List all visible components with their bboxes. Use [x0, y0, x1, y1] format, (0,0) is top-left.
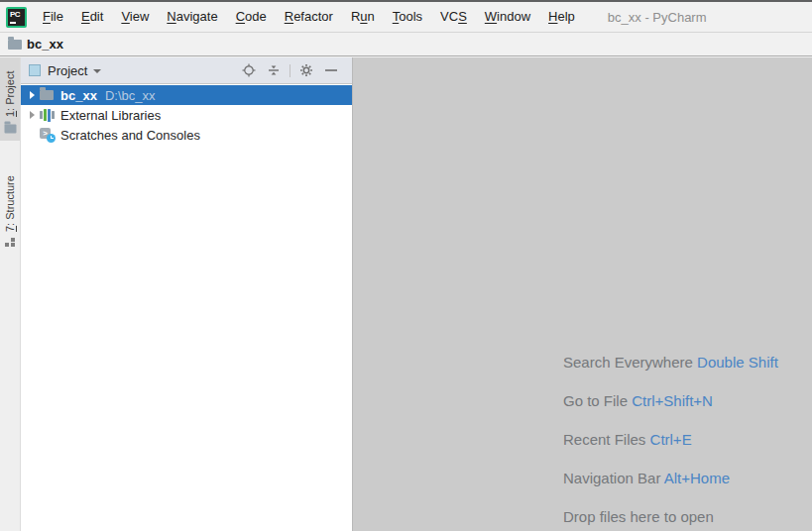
pycharm-window: PC FileEditViewNavigateCodeRefactorRunTo… — [0, 0, 812, 531]
hint-label: Navigation Bar — [563, 470, 660, 486]
library-icon — [40, 109, 55, 122]
expand-arrow-icon[interactable] — [25, 111, 40, 119]
hint-label: Drop files here to open — [563, 508, 714, 525]
project-toolwindow-icon — [29, 64, 41, 76]
left-tool-stripe: 1: Project 7: Structure — [0, 57, 21, 531]
tree-row-label: bc_xx — [60, 88, 97, 103]
project-panel-title[interactable]: Project — [48, 63, 87, 78]
menu-item-file[interactable]: File — [34, 2, 72, 32]
menu-item-code[interactable]: Code — [227, 2, 276, 32]
tree-row-path: D:\bc_xx — [105, 88, 156, 103]
settings-gear-icon[interactable] — [297, 61, 315, 79]
menu-bar-items: FileEditViewNavigateCodeRefactorRunTools… — [34, 2, 584, 32]
tree-row[interactable]: External Libraries — [21, 105, 352, 125]
chevron-down-icon[interactable] — [93, 69, 101, 73]
menu-item-window[interactable]: Window — [476, 2, 539, 32]
menu-item-help[interactable]: Help — [539, 2, 584, 32]
breadcrumb-label: bc_xx — [27, 37, 63, 52]
navigation-bar: bc_xx — [0, 33, 812, 56]
hint-label: Go to File — [563, 392, 628, 409]
hint-label: Search Everywhere — [563, 354, 693, 371]
tree-row[interactable]: bc_xx D:\bc_xx — [21, 85, 352, 105]
tree-row-label: External Libraries — [60, 108, 161, 123]
editor-hint-line: Drop files here to open — [563, 506, 778, 527]
editor-hint-line: Navigation Bar Alt+Home — [563, 468, 778, 488]
collapse-all-icon[interactable] — [265, 61, 283, 79]
folder-icon — [8, 40, 22, 50]
menu-item-edit[interactable]: Edit — [72, 2, 112, 32]
folder-icon — [40, 90, 54, 100]
tree-row-label: Scratches and Consoles — [60, 128, 200, 143]
panel-toolbar — [240, 61, 344, 79]
scratches-icon: > — [40, 128, 56, 143]
main-area: 1: Project 7: Structure Project — [0, 57, 812, 531]
hint-shortcut: Ctrl+Shift+N — [632, 392, 713, 409]
editor-hint-line: Search Everywhere Double Shift — [563, 352, 778, 372]
hint-label: Recent Files — [563, 431, 645, 448]
pycharm-logo-icon: PC — [6, 7, 27, 28]
stripe-structure-label: 7: Structure — [4, 175, 16, 232]
menu-item-vcs[interactable]: VCS — [431, 2, 476, 32]
stripe-project-label: 1: Project — [4, 71, 16, 117]
editor-hint-line: Go to File Ctrl+Shift+N — [563, 390, 778, 411]
sidebar-item-structure[interactable]: 7: Structure — [0, 158, 20, 254]
hint-shortcut: Ctrl+E — [650, 431, 692, 448]
hide-icon[interactable] — [322, 61, 340, 79]
editor-shortcut-hints: Search Everywhere Double Shift Go to Fil… — [563, 352, 778, 531]
expand-arrow-icon[interactable] — [25, 91, 40, 99]
project-tree: bc_xx D:\bc_xx External Libraries > Scra… — [21, 84, 352, 145]
breadcrumb[interactable]: bc_xx — [8, 37, 63, 52]
menu-item-view[interactable]: View — [112, 2, 158, 32]
editor-area[interactable]: Search Everywhere Double Shift Go to Fil… — [353, 57, 812, 531]
hint-shortcut: Alt+Home — [664, 470, 730, 486]
menu-item-refactor[interactable]: Refactor — [276, 2, 342, 32]
structure-icon — [5, 238, 15, 248]
menu-item-run[interactable]: Run — [342, 2, 384, 32]
project-toolwindow-header: Project — [21, 57, 352, 84]
menu-item-navigate[interactable]: Navigate — [158, 2, 226, 32]
hint-shortcut: Double Shift — [697, 354, 778, 371]
project-tool-window: Project — [21, 57, 353, 531]
menu-bar: PC FileEditViewNavigateCodeRefactorRunTo… — [0, 2, 812, 33]
menu-item-tools[interactable]: Tools — [384, 2, 431, 32]
tree-row[interactable]: > Scratches and Consoles — [21, 125, 352, 145]
folder-icon — [4, 125, 16, 134]
editor-hint-line: Recent Files Ctrl+E — [563, 429, 778, 450]
locate-icon[interactable] — [240, 61, 258, 79]
sidebar-item-project[interactable]: 1: Project — [0, 57, 20, 141]
toolbar-separator — [290, 64, 290, 77]
window-title: bc_xx - PyCharm — [608, 10, 707, 25]
